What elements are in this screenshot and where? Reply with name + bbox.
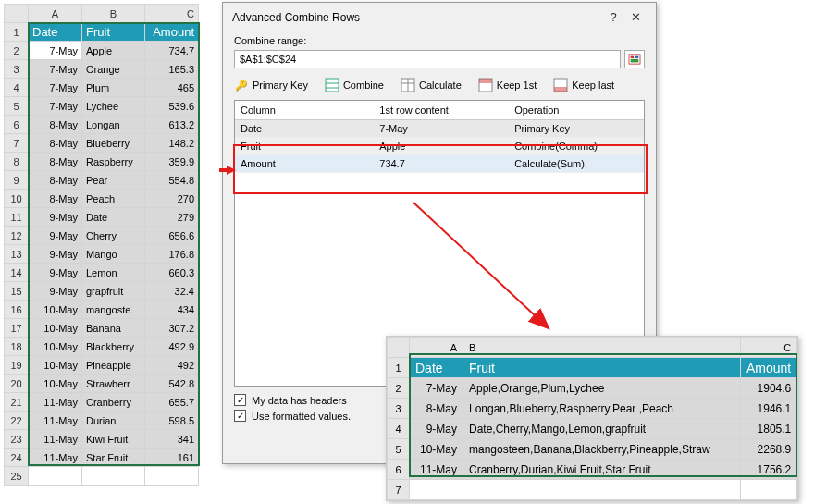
- cell[interactable]: 613.2: [145, 116, 199, 134]
- cell[interactable]: 161: [145, 449, 199, 467]
- cell[interactable]: Apple,Orange,Plum,Lychee: [463, 378, 741, 399]
- row-header[interactable]: 21: [5, 393, 29, 412]
- row-header[interactable]: 8: [5, 153, 29, 171]
- cell[interactable]: Pear: [82, 171, 145, 190]
- col-header-A[interactable]: A: [410, 338, 463, 358]
- cell[interactable]: Longan: [82, 116, 145, 134]
- row-header[interactable]: 2: [388, 378, 410, 399]
- row-header[interactable]: 14: [5, 264, 29, 282]
- cell[interactable]: Blackberry: [82, 338, 145, 356]
- cell[interactable]: 7-May: [29, 42, 82, 60]
- keep-last-button[interactable]: Keep last: [553, 78, 614, 92]
- cell[interactable]: 279: [145, 208, 199, 227]
- cell[interactable]: 11-May: [410, 460, 463, 480]
- cell[interactable]: 341: [145, 430, 199, 449]
- row-header[interactable]: 22: [5, 412, 29, 430]
- cell[interactable]: 270: [145, 190, 199, 208]
- cell[interactable]: 734.7: [145, 42, 199, 60]
- cell[interactable]: Cranberry: [82, 393, 145, 412]
- select-all-corner[interactable]: [388, 338, 410, 358]
- cell[interactable]: 8-May: [29, 116, 82, 134]
- table-row[interactable]: Amount734.7Calculate(Sum): [235, 155, 644, 173]
- cell[interactable]: 32.4: [145, 282, 199, 301]
- cell[interactable]: 9-May: [410, 419, 463, 439]
- cell[interactable]: 1756.2: [741, 460, 797, 480]
- cell[interactable]: 434: [145, 301, 199, 319]
- col-header-C[interactable]: C: [741, 338, 797, 358]
- cell[interactable]: mangosteen,Banana,Blackberry,Pineapple,S…: [463, 439, 741, 460]
- cell[interactable]: Fruit: [82, 23, 145, 42]
- cell[interactable]: 554.8: [145, 171, 199, 190]
- cell[interactable]: Longan,Blueberry,Raspberry,Pear ,Peach: [463, 399, 741, 419]
- cell[interactable]: 660.3: [145, 264, 199, 282]
- cell[interactable]: 598.5: [145, 412, 199, 430]
- cell[interactable]: Lychee: [82, 97, 145, 116]
- cell[interactable]: Banana: [82, 319, 145, 338]
- cell[interactable]: Fruit: [463, 358, 741, 378]
- cell[interactable]: 1805.1: [741, 419, 797, 439]
- row-header[interactable]: 5: [5, 97, 29, 116]
- cell[interactable]: 307.2: [145, 319, 199, 338]
- col-header-column[interactable]: Column: [235, 101, 374, 120]
- cell[interactable]: Apple: [82, 42, 145, 60]
- row-header[interactable]: 17: [5, 319, 29, 338]
- range-picker-button[interactable]: [624, 50, 645, 68]
- select-all-corner[interactable]: [5, 5, 29, 23]
- cell[interactable]: 655.7: [145, 393, 199, 412]
- cell[interactable]: Cranberry,Durian,Kiwi Fruit,Star Fruit: [463, 460, 741, 480]
- cell[interactable]: Amount: [741, 358, 797, 378]
- cell[interactable]: 11-May: [29, 449, 82, 467]
- row-header[interactable]: 24: [5, 449, 29, 467]
- cell[interactable]: 9-May: [29, 227, 82, 245]
- cell[interactable]: Mango: [82, 245, 145, 264]
- row-header[interactable]: 1: [388, 358, 410, 378]
- cell[interactable]: 10-May: [29, 319, 82, 338]
- calculate-button[interactable]: Calculate: [401, 78, 462, 92]
- cell[interactable]: mangoste: [82, 301, 145, 319]
- cell[interactable]: Kiwi Fruit: [82, 430, 145, 449]
- row-header[interactable]: 9: [5, 171, 29, 190]
- row-header[interactable]: 15: [5, 282, 29, 301]
- cell[interactable]: 492.9: [145, 338, 199, 356]
- cell[interactable]: Cherry: [82, 227, 145, 245]
- cell[interactable]: 542.8: [145, 375, 199, 393]
- row-header[interactable]: 1: [5, 23, 29, 42]
- cell[interactable]: 10-May: [410, 439, 463, 460]
- cell[interactable]: 10-May: [29, 375, 82, 393]
- cell[interactable]: 7-May: [29, 97, 82, 116]
- row-header[interactable]: 25: [5, 467, 29, 486]
- cell[interactable]: Blueberry: [82, 134, 145, 153]
- row-header[interactable]: 10: [5, 190, 29, 208]
- close-icon[interactable]: ✕: [624, 10, 647, 24]
- row-header[interactable]: 13: [5, 245, 29, 264]
- cell[interactable]: Date: [410, 358, 463, 378]
- row-header[interactable]: 3: [388, 399, 410, 419]
- cell[interactable]: 8-May: [29, 171, 82, 190]
- col-header-B[interactable]: B: [463, 338, 741, 358]
- cell[interactable]: 9-May: [29, 282, 82, 301]
- cell[interactable]: 8-May: [29, 190, 82, 208]
- cell[interactable]: 8-May: [29, 134, 82, 153]
- cell[interactable]: 1946.1: [741, 399, 797, 419]
- cell[interactable]: 539.6: [145, 97, 199, 116]
- row-header[interactable]: 2: [5, 42, 29, 60]
- result-spreadsheet[interactable]: A B C 1DateFruitAmount27-MayApple,Orange…: [386, 336, 798, 501]
- cell[interactable]: 165.3: [145, 60, 199, 79]
- row-header[interactable]: 19: [5, 356, 29, 375]
- row-header[interactable]: 20: [5, 375, 29, 393]
- cell[interactable]: 7-May: [410, 378, 463, 399]
- cell[interactable]: 9-May: [29, 208, 82, 227]
- combine-button[interactable]: Combine: [325, 78, 384, 92]
- row-header[interactable]: 6: [5, 116, 29, 134]
- row-header[interactable]: 16: [5, 301, 29, 319]
- row-header[interactable]: 3: [5, 60, 29, 79]
- row-header[interactable]: 4: [5, 79, 29, 97]
- cell[interactable]: Date: [29, 23, 82, 42]
- cell[interactable]: 10-May: [29, 338, 82, 356]
- cell[interactable]: 11-May: [29, 412, 82, 430]
- col-header-C[interactable]: C: [145, 5, 199, 23]
- row-header[interactable]: 18: [5, 338, 29, 356]
- row-header[interactable]: 7: [5, 134, 29, 153]
- cell[interactable]: 148.2: [145, 134, 199, 153]
- cell[interactable]: 1904.6: [741, 378, 797, 399]
